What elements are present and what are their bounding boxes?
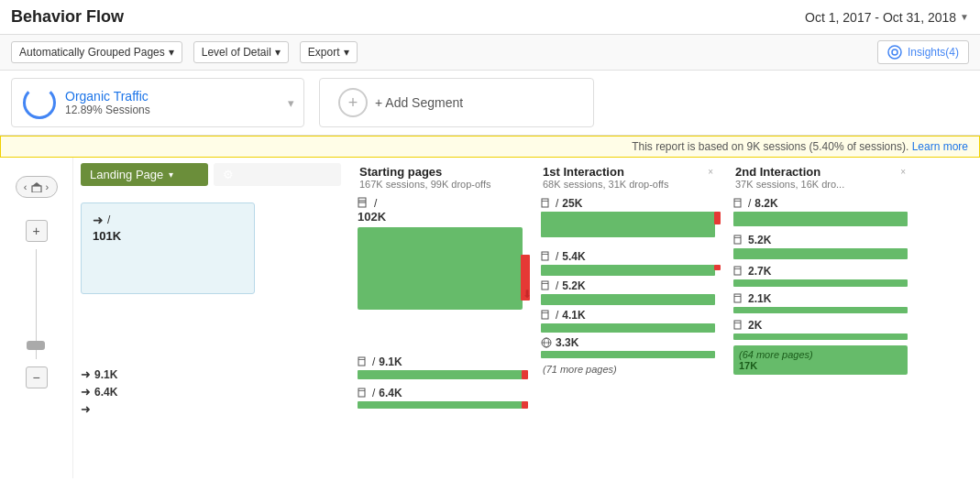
interaction2-column: 2nd Interaction × 37K sessions, 16K dro.…	[724, 158, 917, 478]
svg-rect-7	[358, 357, 365, 366]
page-icon-2	[358, 356, 369, 367]
insights-button[interactable]: Insights(4)	[877, 40, 969, 64]
interaction1-node-1: / 25K	[541, 197, 715, 237]
svg-rect-15	[542, 281, 548, 290]
segment-area: Organic Traffic 12.89% Sessions ▾ + + Ad…	[0, 71, 980, 136]
svg-rect-28	[734, 294, 741, 302]
svg-point-0	[888, 46, 901, 59]
interaction1-node-5: 3.3K	[541, 336, 715, 358]
zoom-slider-thumb[interactable]	[27, 341, 45, 350]
svg-rect-11	[542, 199, 548, 207]
arrow-icon-3: ➜	[81, 385, 91, 399]
sp-node3-count: 6.4K	[379, 387, 402, 399]
level-of-detail-button[interactable]: Level of Detail ▾	[193, 41, 289, 63]
interaction2-close-button[interactable]: ×	[900, 167, 906, 177]
export-button[interactable]: Export ▾	[300, 41, 358, 63]
sp-node2-bar	[358, 370, 523, 379]
page-icon-main	[358, 197, 370, 210]
nav-back-forward[interactable]: ‹ ›	[16, 176, 58, 198]
i1-node1-label: /	[556, 197, 558, 210]
i1-node3-count: 5.2K	[562, 279, 585, 292]
interaction1-column: 1st Interaction × 68K sessions, 31K drop…	[532, 158, 724, 478]
svg-marker-3	[32, 182, 41, 186]
starting-pages-big-node: / 102K ⬇	[358, 197, 523, 310]
zoom-in-button[interactable]: +	[26, 220, 48, 242]
sp-node2-red	[522, 370, 528, 379]
svg-rect-26	[734, 267, 741, 275]
i2-node3-bar	[733, 279, 908, 287]
notice-text: This report is based on 9K sessions (5.4…	[632, 140, 908, 153]
notice-bar: This report is based on 9K sessions (5.4…	[0, 136, 980, 158]
interaction2-node-2: 5.2K	[733, 234, 908, 259]
sp-node2-label: /	[372, 355, 375, 368]
interaction1-subtitle: 68K sessions, 31K drop-offs	[543, 179, 713, 190]
i2-page-icon-4	[733, 293, 744, 304]
starting-pages-header: Starting pages 167K sessions, 99K drop-o…	[352, 161, 528, 193]
organic-traffic-segment[interactable]: Organic Traffic 12.89% Sessions ▾	[11, 78, 304, 127]
arrow-icon-4: ➜	[81, 402, 91, 416]
date-dropdown-arrow[interactable]: ▼	[960, 12, 969, 22]
segment-stat: 12.89% Sessions	[65, 104, 292, 116]
landing-node-4: ➜	[81, 402, 341, 416]
svg-rect-30	[734, 321, 741, 329]
learn-more-link[interactable]: Learn more	[912, 140, 968, 153]
sp-main-green-bar: ⬇	[358, 227, 523, 310]
grouped-pages-button[interactable]: Automatically Grouped Pages ▾	[11, 41, 182, 63]
i1-node3-bar	[541, 294, 715, 305]
i1-page-icon-1	[541, 198, 552, 209]
i1-node3-label: /	[556, 279, 558, 292]
segment-chevron-icon: ▾	[288, 96, 294, 110]
toolbar: Automatically Grouped Pages ▾ Level of D…	[0, 35, 980, 71]
sp-node3-bar	[358, 401, 523, 409]
interaction1-title: 1st Interaction	[543, 165, 624, 179]
page-header: Behavior Flow Oct 1, 2017 - Oct 31, 2018…	[0, 0, 980, 35]
sp-dropout-icon: ⬇	[523, 288, 532, 301]
svg-rect-2	[32, 186, 41, 192]
i2-page-icon-2	[733, 235, 744, 246]
landing-node-3: ➜ 6.4K	[81, 385, 341, 399]
segment-info: Organic Traffic 12.89% Sessions	[65, 89, 292, 116]
i2-node5-count: 2K	[748, 319, 762, 332]
segment-spinner-icon	[23, 86, 56, 119]
page-icon-3	[358, 388, 369, 399]
landing-page-chevron: ▾	[169, 169, 173, 180]
sp-node-2: / 9.1K	[358, 355, 523, 379]
sp-node3-red	[522, 401, 528, 409]
starting-pages-subtitle: 167K sessions, 99K drop-offs	[359, 179, 521, 190]
i1-node4-count: 4.1K	[562, 309, 585, 322]
date-range: Oct 1, 2017 - Oct 31, 2018	[805, 10, 956, 25]
arrow-icon-2: ➜	[81, 367, 91, 381]
landing-node-2: ➜ 9.1K	[81, 367, 341, 381]
i2-node2-count: 5.2K	[748, 234, 771, 246]
add-segment-button[interactable]: + + Add Segment	[319, 78, 594, 127]
sp-main-count: 102K	[358, 210, 523, 224]
grouped-pages-chevron: ▾	[169, 46, 174, 59]
interaction2-node-1: / 8.2K	[733, 197, 908, 226]
i1-globe-icon	[541, 337, 552, 348]
interaction2-header: 2nd Interaction × 37K sessions, 16K dro.…	[728, 161, 913, 193]
i1-node1-count: 25K	[562, 197, 582, 210]
svg-rect-24	[734, 235, 741, 244]
forward-arrow-icon: ›	[46, 181, 50, 192]
starting-pages-title: Starting pages	[359, 165, 521, 179]
sp-main-label: /	[374, 197, 377, 210]
landing-page-dropdown[interactable]: Landing Page ▾	[81, 163, 208, 186]
interaction1-close-button[interactable]: ×	[708, 167, 713, 177]
settings-gear-button[interactable]: ⚙	[214, 163, 341, 186]
zoom-out-button[interactable]: −	[26, 366, 48, 388]
header-right: Oct 1, 2017 - Oct 31, 2018 ▼	[805, 10, 969, 25]
i1-node5-count: 3.3K	[556, 336, 578, 349]
landing-root-node: ➜ / 101K	[81, 202, 255, 294]
arrow-right-icon: ➜	[93, 213, 104, 227]
starting-pages-small-nodes: / 9.1K / 6.4K	[358, 355, 523, 409]
interaction2-node-5: 2K	[733, 319, 908, 340]
i1-node2-label: /	[556, 250, 558, 263]
i1-node4-bar	[541, 323, 715, 333]
interaction2-node-4: 2.1K	[733, 292, 908, 313]
left-nav: ‹ › + −	[0, 158, 73, 478]
svg-rect-13	[542, 252, 548, 260]
root-node-count: 101K	[93, 229, 243, 243]
i2-node1-count: 8.2K	[754, 197, 777, 210]
i1-node4-label: /	[556, 309, 558, 322]
starting-pages-column: Starting pages 167K sessions, 99K drop-o…	[348, 158, 532, 478]
